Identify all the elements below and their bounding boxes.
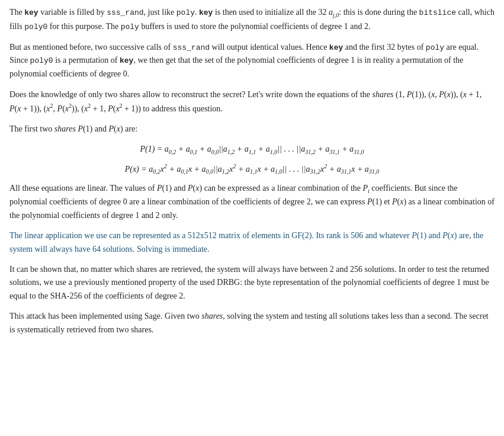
paragraph-7: It can be shown that, no matter which sh… (9, 263, 495, 303)
paragraph-8: This attack has been implemented using S… (9, 310, 495, 336)
keyword-key-2: key (199, 8, 213, 17)
italic-shares-3: shares (201, 312, 223, 320)
code-bitslice: bitslice (419, 8, 456, 17)
paragraph-5: All these equations are linear. The valu… (9, 182, 495, 223)
code-sss_rand-2: sss_rand (173, 43, 210, 52)
math-a-j0: aj,0 (329, 8, 339, 17)
paragraph-6-blue: The linear application we use can be rep… (9, 229, 495, 256)
article-content: The key variable is filled by sss_rand, … (9, 6, 495, 336)
code-poly0-2: poly0 (30, 56, 53, 65)
math-equation-1: P(1) = a0,2 + a0,1 + a0,0||a1,2 + a1,1 +… (9, 143, 495, 157)
code-poly-2: poly (121, 23, 139, 31)
keyword-key-3: key (329, 43, 343, 52)
italic-shares-1: shares (373, 90, 394, 99)
code-sss_rand: sss_rand (107, 8, 143, 17)
italic-shares-2: shares (54, 124, 76, 133)
paragraph-1: The key variable is filled by sss_rand, … (9, 6, 495, 34)
keyword-key: key (24, 8, 38, 17)
paragraph-3: Does the knowledge of only two shares al… (9, 88, 495, 116)
paragraph-4: The first two shares P(1) and P(x) are: (9, 123, 495, 136)
paragraph-2: But as mentioned before, two successive … (9, 41, 495, 81)
math-equation-2: P(x) = a0,2x2 + a0,1x + a0,0||a1,2x2 + a… (9, 162, 495, 177)
keyword-key-4: key (120, 56, 133, 65)
code-poly0: poly0 (24, 23, 47, 31)
code-poly-3: poly (426, 43, 444, 52)
code-poly: poly (176, 8, 195, 17)
